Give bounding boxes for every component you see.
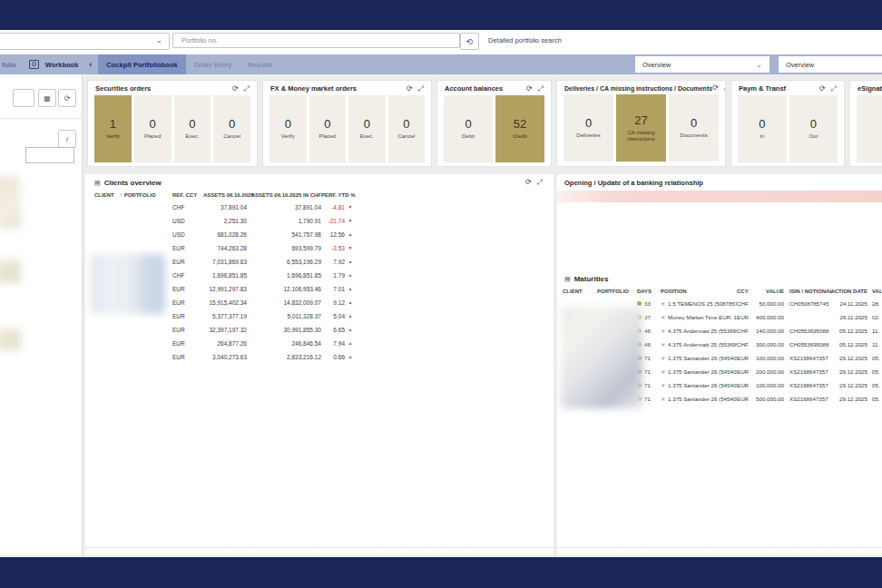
portfolio-no-input[interactable]: Portfolio no. (172, 33, 460, 48)
client-row[interactable]: EUR32,397,197.3230,991,855.306.65▲ (85, 323, 554, 337)
trend-icon: ▲ (345, 328, 356, 332)
col-perf-ytd[interactable]: PERF. YTD % (321, 192, 356, 198)
card-title: eSignature (858, 84, 882, 93)
kpi-tile-placed[interactable]: 0 Placed (309, 95, 347, 162)
col-ccy[interactable]: CCY (737, 289, 753, 294)
refresh-icon[interactable]: ⟳ (232, 85, 239, 93)
kpi-tile-cancel[interactable]: 0 Cancel (213, 95, 250, 162)
search-toolbar: ⌄ Portfolio no. ⟲ Detailed portfolio sea… (0, 30, 882, 54)
kpi-tile[interactable] (857, 95, 882, 162)
expand-icon[interactable]: ⤢ (537, 178, 543, 187)
card-esignature: eSignature (849, 80, 882, 167)
card-account-balances: Account balances ⟳ ⤢ 0 Debit 52 Credit (436, 80, 552, 167)
refresh-icon[interactable]: ⟳ (712, 84, 719, 92)
trend-icon: ▲ (345, 260, 356, 264)
kpi-tile-deliveries[interactable]: 0 Deliveries (564, 94, 613, 162)
kpi-tile-credit[interactable]: 52 Credit (495, 95, 544, 162)
kpi-tile-exec[interactable]: 0 Exec. (348, 95, 386, 162)
client-row[interactable]: EUR3,040,273.632,833,216.120.66▲ (85, 350, 554, 364)
left-sidebar: ▦ ⟳ i (0, 74, 83, 555)
redacted-content (0, 328, 21, 350)
col-assets[interactable]: ASSETS 06.10.2025 (203, 192, 247, 198)
col-days[interactable]: DAYS (637, 289, 661, 294)
trend-icon: ▼ (345, 246, 356, 250)
col-client[interactable]: CLIENT (94, 192, 120, 198)
col-isin[interactable]: ISIN / NOTIONAL (784, 289, 829, 294)
kpi-tile-cancel[interactable]: 0 Cancel (388, 95, 426, 162)
client-row[interactable]: CHF37,891.0437,891.04-4.81▼ (85, 201, 554, 214)
portfolio-label[interactable]: folio (2, 61, 16, 69)
table-icon: ▤ (94, 180, 101, 187)
grid-icon: ▦ (44, 94, 51, 103)
trend-icon: ▲ (345, 232, 356, 237)
kpi-tile-verify[interactable]: 0 Verify (270, 95, 307, 162)
workbook-tabbar: folio Workbook ‹ Cockpit Portfoliobook O… (0, 54, 882, 74)
col-ref-ccy[interactable]: REF. CCY (172, 192, 203, 198)
detailed-portfolio-search-link[interactable]: Detailed portfolio search (488, 36, 562, 44)
application-window: ⌄ Portfolio no. ⟲ Detailed portfolio sea… (0, 0, 882, 588)
banking-relationship-banner[interactable] (557, 191, 882, 202)
refresh-icon[interactable]: ⟳ (526, 85, 533, 93)
divider (0, 118, 82, 119)
instrument-icon: ✳ (661, 355, 665, 361)
col-value-date[interactable]: VALU (867, 289, 882, 294)
table-icon: ▤ (564, 276, 571, 283)
refresh-icon[interactable]: ⟳ (819, 85, 826, 93)
workbook-icon (29, 60, 39, 69)
chevron-down-icon: ⌄ (756, 61, 762, 69)
sidebar-tool-button[interactable] (13, 89, 34, 107)
trend-icon: ▼ (345, 219, 356, 223)
tab-cockpit-portfoliobook[interactable]: Cockpit Portfoliobook (98, 54, 185, 74)
tab-results[interactable]: Results (240, 54, 280, 74)
redacted-client-names (561, 307, 642, 408)
client-row[interactable]: USD681,028.26541,757.9812.56▲ (85, 228, 554, 241)
divider (85, 547, 554, 548)
expand-icon[interactable]: ⤢ (538, 85, 544, 93)
card-deliveries-ca-documents: Deliveries / CA missing instructions / D… (556, 80, 726, 167)
kpi-tile-documents[interactable]: 0 Documents (669, 94, 719, 162)
workbook-label[interactable]: Workbook (45, 61, 79, 69)
col-action-date[interactable]: ACTION DATE (829, 289, 867, 294)
expand-icon[interactable]: ⤢ (418, 85, 424, 93)
expand-icon[interactable]: ⤢ (244, 85, 250, 93)
client-row[interactable]: USD2,251.301,790.91-21.74▼ (85, 214, 554, 228)
trend-icon: ▲ (345, 287, 356, 291)
expand-icon[interactable]: ⤢ (831, 85, 837, 93)
search-history-button[interactable]: ⟲ (460, 33, 479, 50)
refresh-button[interactable]: ⟳ (58, 89, 76, 107)
view-select-left[interactable]: Overview ⌄ (635, 56, 769, 73)
grid-view-button[interactable]: ▦ (38, 89, 56, 107)
instrument-icon: ✳ (661, 368, 665, 375)
expand-icon[interactable]: ⤢ (724, 84, 726, 92)
col-client[interactable]: CLIENT (563, 289, 597, 294)
col-portfolio[interactable]: ↑ PORTFOLIO (120, 192, 172, 198)
card-fx-money-market-orders: FX & Money market orders ⟳ ⤢ 0 Verify 0 … (262, 80, 432, 167)
col-position[interactable]: POSITION (661, 289, 737, 294)
portfolio-no-placeholder: Portfolio no. (181, 36, 218, 44)
kpi-tile-placed[interactable]: 0 Placed (134, 95, 172, 162)
col-value[interactable]: VALUE (753, 289, 784, 294)
client-row[interactable]: EUR264,877.26246,846.547.94▲ (85, 337, 554, 350)
refresh-icon[interactable]: ⟳ (407, 85, 413, 93)
top-navigation-bar (0, 0, 882, 30)
info-button[interactable]: i (58, 130, 76, 148)
view-select-right[interactable]: Overview (779, 56, 882, 73)
kpi-tile-ca-missing-instructions[interactable]: 27 CA missing instructions (616, 94, 666, 162)
sidebar-filter-input[interactable] (25, 147, 74, 163)
kpi-tile-verify[interactable]: 1 Verify (94, 95, 132, 162)
kpi-tile-exec[interactable]: 0 Exec. (174, 95, 211, 162)
col-portfolio[interactable]: PORTFOLIO (597, 289, 637, 294)
chevron-down-icon[interactable]: ⌄ (155, 35, 162, 45)
refresh-icon[interactable]: ⟳ (525, 178, 532, 187)
col-assets-chf[interactable]: ASSETS 06.10.2025 IN CHF (247, 192, 321, 198)
maturities-table-header: CLIENT PORTFOLIO DAYS POSITION CCY VALUE… (557, 285, 882, 297)
kpi-tile-out[interactable]: 0 Out (789, 95, 838, 162)
tab-order-entry[interactable]: Order Entry (186, 54, 240, 74)
kpi-tile-debit[interactable]: 0 Debit (444, 95, 493, 162)
collapse-chevron-icon[interactable]: ‹ (89, 60, 92, 69)
instrument-icon: ✳ (661, 396, 665, 402)
kpi-tile-in[interactable]: 0 In (738, 95, 787, 162)
client-row[interactable]: EUR744,263.28693,599.79-3.53▼ (85, 241, 554, 255)
trend-icon: ▲ (345, 355, 356, 359)
search-type-combobox[interactable]: ⌄ (0, 33, 170, 50)
